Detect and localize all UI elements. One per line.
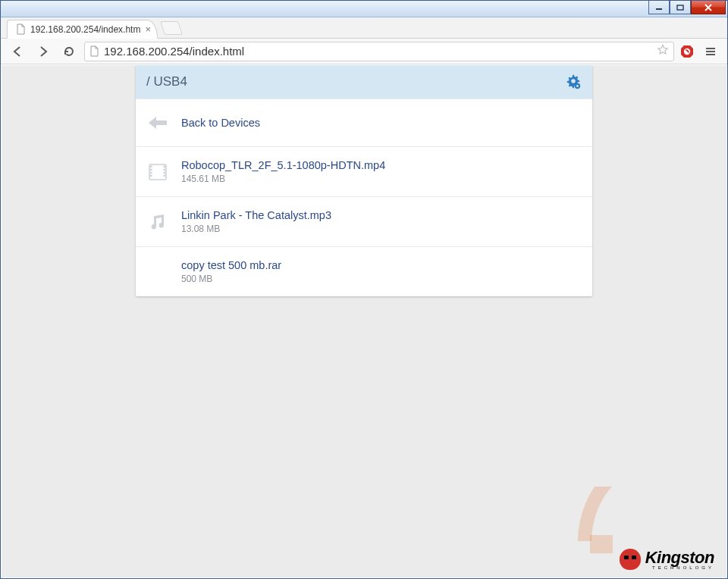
svg-rect-15 — [164, 165, 166, 167]
file-name: copy test 500 mb.rar — [181, 259, 281, 271]
window-close-button[interactable] — [691, 1, 726, 14]
new-tab-button[interactable] — [160, 21, 183, 35]
svg-point-8 — [576, 85, 579, 87]
svg-rect-1 — [677, 5, 683, 10]
browser-tab[interactable]: 192.168.200.254/index.htm × — [7, 20, 158, 39]
address-bar[interactable]: 192.168.200.254/index.html — [84, 42, 674, 61]
tab-close-icon[interactable]: × — [145, 23, 151, 35]
page-viewport: / USB4 Back — [2, 65, 726, 577]
breadcrumb: / USB4 — [146, 74, 187, 89]
svg-point-6 — [571, 79, 576, 83]
settings-gear-icon[interactable] — [565, 74, 582, 90]
browser-toolbar: 192.168.200.254/index.html — [1, 39, 727, 64]
reload-button[interactable] — [58, 41, 80, 62]
file-row[interactable]: copy test 500 mb.rar 500 MB — [136, 246, 592, 296]
window-titlebar[interactable] — [1, 1, 727, 17]
window-maximize-button[interactable] — [670, 1, 691, 14]
video-file-icon — [146, 161, 169, 183]
file-size: 500 MB — [181, 274, 281, 284]
svg-rect-11 — [150, 165, 152, 167]
svg-rect-12 — [150, 168, 152, 171]
site-identity-icon — [89, 45, 99, 57]
file-row[interactable]: Robocop_TLR_2F_5.1-1080p-HDTN.mp4 145.61… — [136, 146, 592, 196]
file-panel: / USB4 Back — [136, 65, 592, 296]
svg-rect-14 — [150, 174, 152, 177]
tab-title: 192.168.200.254/index.htm — [30, 24, 140, 35]
brand-tagline: TECHNOLOGY — [645, 565, 714, 570]
kingston-logo-icon — [620, 549, 641, 570]
back-to-devices-row[interactable]: Back to Devices — [136, 99, 592, 146]
kingston-watermark: Kingston TECHNOLOGY — [620, 549, 714, 570]
forward-button[interactable] — [33, 41, 54, 62]
file-size: 145.61 MB — [181, 174, 385, 184]
svg-rect-3 — [706, 48, 715, 49]
file-name: Linkin Park - The Catalyst.mp3 — [181, 209, 331, 221]
svg-rect-4 — [706, 51, 715, 52]
svg-rect-13 — [150, 171, 152, 174]
file-name: Robocop_TLR_2F_5.1-1080p-HDTN.mp4 — [181, 159, 385, 171]
file-size: 13.08 MB — [181, 224, 331, 234]
generic-file-icon — [146, 261, 169, 283]
back-label: Back to Devices — [181, 117, 260, 129]
brand-text: Kingston — [645, 549, 714, 566]
back-arrow-icon — [146, 111, 169, 134]
browser-window: 192.168.200.254/index.htm × 192.168.200.… — [0, 0, 728, 579]
svg-rect-16 — [164, 168, 166, 171]
browser-menu-button[interactable] — [700, 41, 721, 62]
svg-rect-17 — [164, 171, 166, 174]
extension-adblock-icon[interactable] — [679, 43, 695, 60]
audio-file-icon — [146, 211, 169, 233]
page-icon — [15, 24, 26, 35]
svg-rect-5 — [706, 54, 715, 55]
tab-strip: 192.168.200.254/index.htm × — [1, 17, 727, 39]
url-text: 192.168.200.254/index.html — [104, 45, 652, 58]
window-minimize-button[interactable] — [648, 1, 670, 14]
bookmark-star-icon[interactable] — [657, 44, 669, 58]
svg-rect-18 — [164, 174, 166, 177]
back-button[interactable] — [7, 41, 28, 62]
panel-header: / USB4 — [136, 65, 592, 99]
watermark-decoration — [590, 535, 613, 553]
svg-rect-0 — [656, 8, 662, 10]
file-row[interactable]: Linkin Park - The Catalyst.mp3 13.08 MB — [136, 196, 592, 246]
